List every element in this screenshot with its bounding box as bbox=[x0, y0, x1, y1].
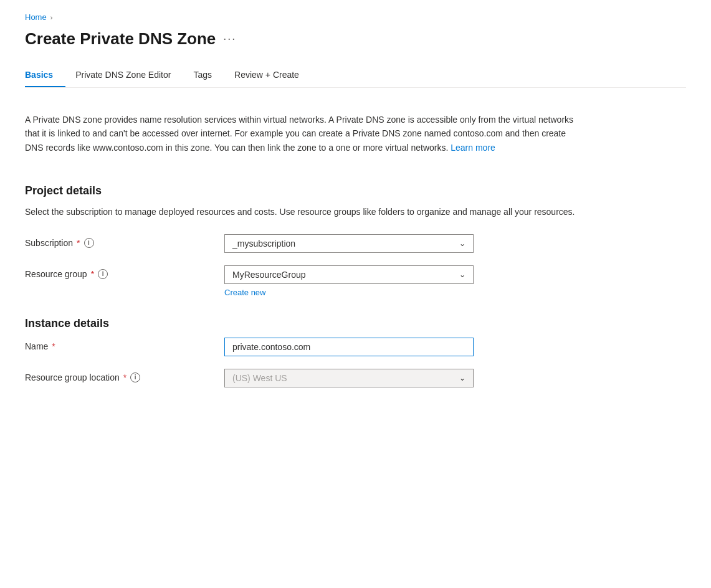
subscription-value: _mysubscription bbox=[232, 239, 295, 249]
project-details-section: Project details Select the subscription … bbox=[25, 184, 686, 296]
rgl-info-icon[interactable]: i bbox=[130, 372, 140, 382]
tabs-nav: Basics Private DNS Zone Editor Tags Revi… bbox=[25, 64, 686, 88]
subscription-dropdown-arrow: ⌄ bbox=[459, 239, 465, 248]
name-input[interactable] bbox=[224, 338, 474, 356]
resource-group-info-icon[interactable]: i bbox=[98, 269, 108, 279]
project-details-description: Select the subscription to manage deploy… bbox=[25, 205, 586, 219]
ellipsis-button[interactable]: ··· bbox=[223, 32, 236, 45]
tab-tags[interactable]: Tags bbox=[193, 64, 224, 87]
home-link[interactable]: Home bbox=[25, 12, 47, 22]
tab-review-create[interactable]: Review + Create bbox=[234, 64, 312, 87]
resource-group-location-control: (US) West US ⌄ bbox=[224, 369, 474, 387]
name-row: Name * bbox=[25, 338, 686, 356]
subscription-required: * bbox=[77, 238, 80, 248]
rgl-dropdown-arrow: ⌄ bbox=[459, 374, 465, 382]
resource-group-location-label: Resource group location * i bbox=[25, 369, 224, 382]
name-required: * bbox=[52, 341, 55, 351]
description-box: A Private DNS zone provides name resolut… bbox=[25, 103, 586, 167]
subscription-label: Subscription * i bbox=[25, 234, 224, 248]
instance-details-title: Instance details bbox=[25, 317, 686, 330]
subscription-row: Subscription * i _mysubscription ⌄ bbox=[25, 234, 686, 253]
subscription-info-icon[interactable]: i bbox=[84, 238, 94, 248]
resource-group-location-row: Resource group location * i (US) West US… bbox=[25, 369, 686, 387]
subscription-dropdown[interactable]: _mysubscription ⌄ bbox=[224, 234, 474, 253]
create-new-link[interactable]: Create new bbox=[224, 288, 265, 297]
resource-group-control: MyResourceGroup ⌄ Create new bbox=[224, 265, 474, 297]
learn-more-link[interactable]: Learn more bbox=[451, 143, 495, 153]
resource-group-label: Resource group * i bbox=[25, 265, 224, 279]
resource-group-dropdown-arrow: ⌄ bbox=[459, 270, 465, 279]
breadcrumb-chevron: › bbox=[50, 14, 53, 21]
page-title: Create Private DNS Zone bbox=[25, 29, 216, 49]
rgl-required: * bbox=[123, 372, 126, 382]
resource-group-dropdown[interactable]: MyResourceGroup ⌄ bbox=[224, 265, 474, 284]
project-details-title: Project details bbox=[25, 184, 686, 197]
resource-group-value: MyResourceGroup bbox=[232, 270, 306, 280]
tab-private-dns-zone-editor[interactable]: Private DNS Zone Editor bbox=[75, 64, 183, 87]
name-control bbox=[224, 338, 474, 356]
resource-group-location-dropdown[interactable]: (US) West US ⌄ bbox=[224, 369, 474, 387]
instance-details-section: Instance details Name * Resource group l… bbox=[25, 317, 686, 387]
resource-group-row: Resource group * i MyResourceGroup ⌄ Cre… bbox=[25, 265, 686, 297]
resource-group-location-value: (US) West US bbox=[232, 373, 287, 383]
page-title-row: Create Private DNS Zone ··· bbox=[25, 29, 686, 49]
subscription-control: _mysubscription ⌄ bbox=[224, 234, 474, 253]
tab-basics[interactable]: Basics bbox=[25, 64, 65, 87]
breadcrumb: Home › bbox=[25, 12, 686, 22]
resource-group-required: * bbox=[91, 269, 94, 279]
name-label: Name * bbox=[25, 338, 224, 351]
